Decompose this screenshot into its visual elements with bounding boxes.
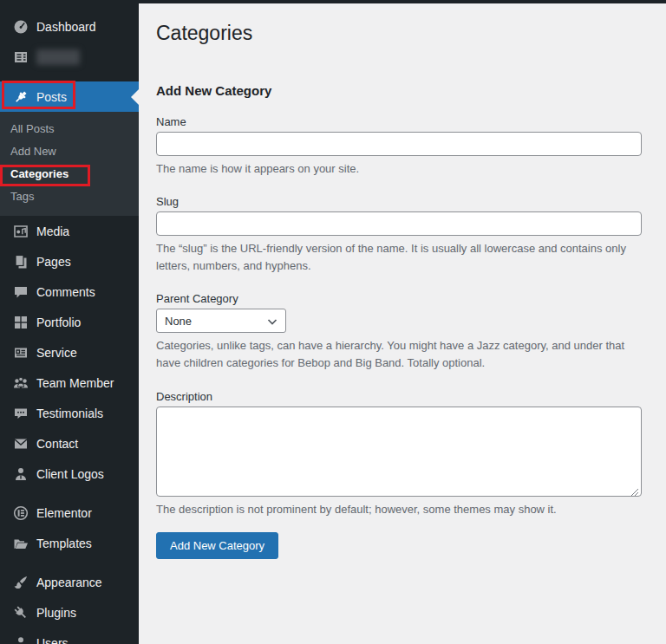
- sidebar-item-dashboard[interactable]: Dashboard: [0, 11, 139, 42]
- menu-separator: [0, 489, 139, 498]
- envelope-icon: [12, 435, 29, 452]
- sidebar-item-pages[interactable]: Pages: [0, 246, 139, 276]
- index-card-icon: [12, 344, 29, 361]
- sidebar-item-label: Media: [36, 224, 69, 238]
- sidebar-item-label: Portfolio: [36, 315, 81, 329]
- businessperson-icon: [12, 465, 29, 483]
- resize-handle[interactable]: [630, 485, 639, 493]
- parent-category-select[interactable]: None: [156, 309, 286, 333]
- sidebar-item-label: Plugins: [36, 606, 76, 620]
- sidebar-item-service[interactable]: Service: [0, 337, 139, 368]
- add-new-category-heading: Add New Category: [156, 83, 642, 98]
- slug-field-group: Slug The “slug” is the URL-friendly vers…: [156, 195, 642, 275]
- slug-input[interactable]: [156, 211, 642, 236]
- submenu-item-categories[interactable]: Categories: [0, 163, 139, 185]
- sidebar-item-label: Comments: [36, 285, 95, 299]
- media-icon: [12, 223, 29, 240]
- current-menu-arrow: [131, 89, 139, 105]
- plug-icon: [12, 604, 29, 621]
- sidebar-item-label: Testimonials: [36, 407, 103, 420]
- wordpress-admin: Dashboard Posts All Posts Add New Catego…: [0, 0, 666, 644]
- sidebar-item-label: Dashboard: [36, 20, 96, 34]
- sidebar-item-label: Elementor: [36, 506, 92, 520]
- sidebar-item-plugins[interactable]: Plugins: [0, 597, 139, 628]
- description-label: Description: [156, 390, 642, 403]
- sidebar-item-label: Service: [36, 346, 77, 360]
- chevron-down-icon: [265, 315, 279, 331]
- brush-icon: [12, 574, 29, 591]
- sidebar-item-contact[interactable]: Contact: [0, 428, 139, 459]
- parent-category-selected-value: None: [165, 315, 192, 328]
- admin-sidebar: Dashboard Posts All Posts Add New Catego…: [0, 0, 139, 644]
- sidebar-item-portfolio[interactable]: Portfolio: [0, 307, 139, 337]
- page-title: Categories: [156, 21, 642, 47]
- menu-separator: [0, 558, 139, 567]
- parent-category-help-text: Categories, unlike tags, can have a hier…: [156, 337, 642, 372]
- name-field-group: Name The name is how it appears on your …: [156, 115, 642, 178]
- submenu-item-tags[interactable]: Tags: [0, 185, 139, 208]
- sidebar-item-label: Posts: [36, 90, 67, 104]
- sidebar-item-label: Appearance: [36, 576, 102, 589]
- grid-icon: [12, 314, 29, 331]
- comment-icon: [12, 283, 29, 301]
- description-field-group: Description The description is not promi…: [156, 390, 642, 518]
- folder-icon: [12, 535, 29, 552]
- description-help-text: The description is not prominent by defa…: [156, 501, 642, 518]
- submenu-item-add-new[interactable]: Add New: [0, 140, 139, 163]
- sidebar-item-client-logos[interactable]: Client Logos: [0, 459, 139, 489]
- sidebar-item-label: Client Logos: [36, 467, 104, 481]
- sidebar-item-team-member[interactable]: Team Member: [0, 368, 139, 398]
- dashboard-icon: [12, 18, 29, 36]
- sidebar-item-label: Team Member: [36, 376, 114, 390]
- sidebar-item-label: Contact: [36, 437, 78, 451]
- name-help-text: The name is how it appears on your site.: [156, 160, 642, 178]
- redacted-label: [36, 49, 80, 65]
- pushpin-icon: [12, 88, 29, 106]
- sidebar-item-label: Templates: [36, 537, 92, 550]
- slug-help-text: The “slug” is the URL-friendly version o…: [156, 240, 642, 275]
- parent-category-field-group: Parent Category None Categories, unlike …: [156, 292, 642, 372]
- slug-label: Slug: [156, 195, 642, 208]
- sidebar-item-appearance[interactable]: Appearance: [0, 567, 139, 597]
- sidebar-item-templates[interactable]: Templates: [0, 528, 139, 558]
- sidebar-item-media[interactable]: Media: [0, 216, 139, 246]
- groups-icon: [12, 374, 29, 392]
- sidebar-item-users[interactable]: Users: [0, 628, 139, 644]
- form-icon: [12, 49, 29, 66]
- parent-category-label: Parent Category: [156, 292, 642, 305]
- name-label: Name: [156, 115, 642, 128]
- sidebar-item-label: Pages: [36, 255, 71, 269]
- pages-icon: [12, 253, 29, 270]
- posts-submenu: All Posts Add New Categories Tags: [0, 112, 139, 216]
- name-input[interactable]: [156, 132, 642, 156]
- sidebar-item-label: Users: [36, 636, 69, 644]
- elementor-icon: [12, 504, 29, 522]
- categories-page: Categories Add New Category Name The nam…: [139, 3, 666, 644]
- description-textarea[interactable]: [156, 407, 642, 497]
- sidebar-item-posts[interactable]: Posts: [0, 81, 139, 112]
- sidebar-item-redacted[interactable]: [0, 42, 139, 72]
- chat-icon: [12, 405, 29, 422]
- sidebar-item-elementor[interactable]: Elementor: [0, 498, 139, 528]
- add-new-category-button[interactable]: Add New Category: [156, 532, 278, 559]
- user-icon: [12, 634, 29, 644]
- submenu-item-all-posts[interactable]: All Posts: [0, 118, 139, 140]
- sidebar-item-comments[interactable]: Comments: [0, 276, 139, 307]
- sidebar-item-testimonials[interactable]: Testimonials: [0, 398, 139, 428]
